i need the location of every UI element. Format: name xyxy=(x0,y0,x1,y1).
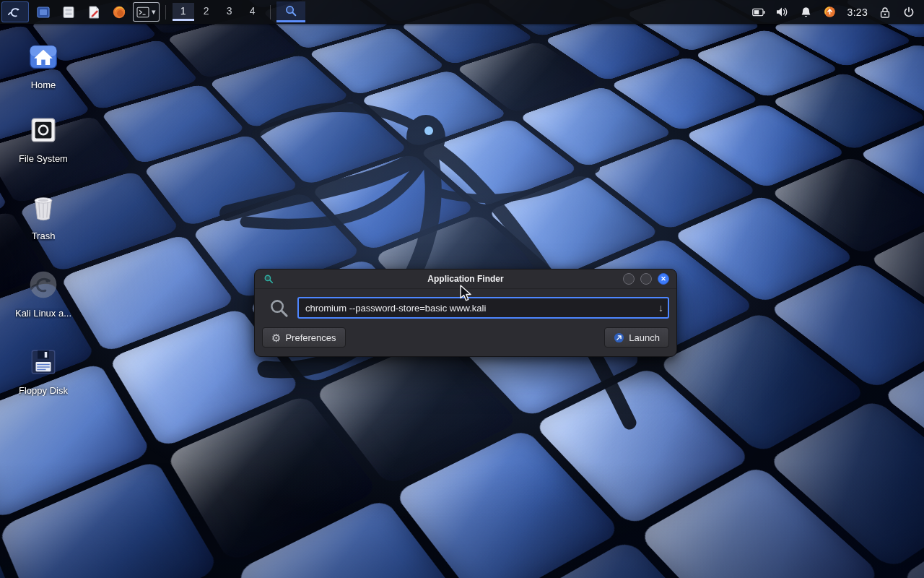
desktop-icon-label: Floppy Disk xyxy=(19,385,68,396)
launch-icon xyxy=(614,332,624,343)
text-editor-icon xyxy=(87,5,101,20)
desktop-icon-file-system[interactable]: File System xyxy=(9,113,78,164)
launcher-text-editor[interactable] xyxy=(81,1,106,22)
files-icon xyxy=(36,5,51,20)
preferences-label: Preferences xyxy=(285,332,336,343)
window-title: Application Finder xyxy=(255,274,676,284)
minimize-button[interactable] xyxy=(623,273,635,285)
launcher-terminal[interactable]: ▾ xyxy=(133,2,160,22)
close-button[interactable]: ✕ xyxy=(658,273,669,285)
workspace-button-1[interactable]: 1 xyxy=(173,3,194,21)
system-tray: 3:23 xyxy=(752,0,924,24)
panel-left-group: ▾ 1 2 3 4 xyxy=(0,0,305,24)
desktop-icon-label: File System xyxy=(19,153,68,164)
search-row: ↓ xyxy=(262,297,669,319)
launcher-file-manager[interactable] xyxy=(56,1,81,22)
panel-separator xyxy=(270,5,271,20)
launcher-firefox[interactable] xyxy=(106,1,131,22)
finder-body: ↓ ⚙ Preferences Launch xyxy=(255,289,676,356)
button-row: ⚙ Preferences Launch xyxy=(262,327,669,348)
desktop-icon-label: Kali Linux a... xyxy=(15,308,71,319)
desktop-icon-label: Home xyxy=(31,79,56,90)
home-icon xyxy=(27,40,60,73)
search-icon xyxy=(269,298,289,318)
history-dropdown-icon[interactable]: ↓ xyxy=(658,302,663,314)
desktop-icon-floppy-disk[interactable]: Floppy Disk xyxy=(9,345,78,396)
launch-label: Launch xyxy=(629,332,660,343)
firefox-icon xyxy=(112,5,126,20)
launch-button[interactable]: Launch xyxy=(604,327,669,348)
desktop-icon-label: Trash xyxy=(32,230,56,241)
preferences-button[interactable]: ⚙ Preferences xyxy=(262,327,346,348)
power-icon[interactable] xyxy=(902,6,915,19)
app-finder-task-icon xyxy=(284,4,297,17)
updates-indicator-icon[interactable] xyxy=(824,6,837,19)
workspace-label: 3 xyxy=(227,5,232,17)
workspace-label: 4 xyxy=(250,5,256,17)
desktop-icon-kali-linux[interactable]: Kali Linux a... xyxy=(9,268,78,319)
command-input[interactable] xyxy=(297,297,669,319)
command-entry-wrap: ↓ xyxy=(297,297,669,319)
kali-installer-icon xyxy=(27,268,60,301)
workspace-button-4[interactable]: 4 xyxy=(242,3,263,21)
notifications-bell-icon[interactable] xyxy=(800,6,813,19)
lock-screen-icon[interactable] xyxy=(879,6,892,19)
app-finder-window-icon xyxy=(263,274,274,284)
volume-icon[interactable] xyxy=(776,6,789,19)
workspace-button-2[interactable]: 2 xyxy=(196,3,217,21)
floppy-disk-icon xyxy=(27,345,60,379)
launcher-files[interactable] xyxy=(30,1,56,22)
taskbar-app-finder-button[interactable] xyxy=(276,1,305,22)
window-controls: ✕ xyxy=(623,273,676,285)
close-icon: ✕ xyxy=(661,276,666,282)
file-system-icon xyxy=(27,113,60,147)
gear-icon: ⚙ xyxy=(271,332,281,343)
titlebar[interactable]: Application Finder ✕ xyxy=(255,269,676,289)
maximize-button[interactable] xyxy=(640,273,652,285)
chevron-down-icon[interactable]: ▾ xyxy=(152,7,156,17)
workspace-button-3[interactable]: 3 xyxy=(219,3,240,21)
clock[interactable]: 3:23 xyxy=(847,7,868,18)
trash-icon xyxy=(27,191,60,224)
desktop-icon-trash[interactable]: Trash xyxy=(9,191,78,241)
applications-menu-button[interactable] xyxy=(1,1,29,22)
workspace-label: 1 xyxy=(180,5,186,17)
battery-icon[interactable] xyxy=(752,6,765,19)
top-panel: ▾ 1 2 3 4 xyxy=(0,0,924,24)
file-manager-icon xyxy=(61,5,76,20)
workspace-label: 2 xyxy=(204,5,209,17)
desktop-icon-home[interactable]: Home xyxy=(9,40,78,90)
application-finder-window: Application Finder ✕ ↓ xyxy=(254,269,677,357)
kali-menu-icon xyxy=(7,4,23,20)
terminal-icon xyxy=(136,7,149,18)
panel-separator xyxy=(165,5,166,20)
